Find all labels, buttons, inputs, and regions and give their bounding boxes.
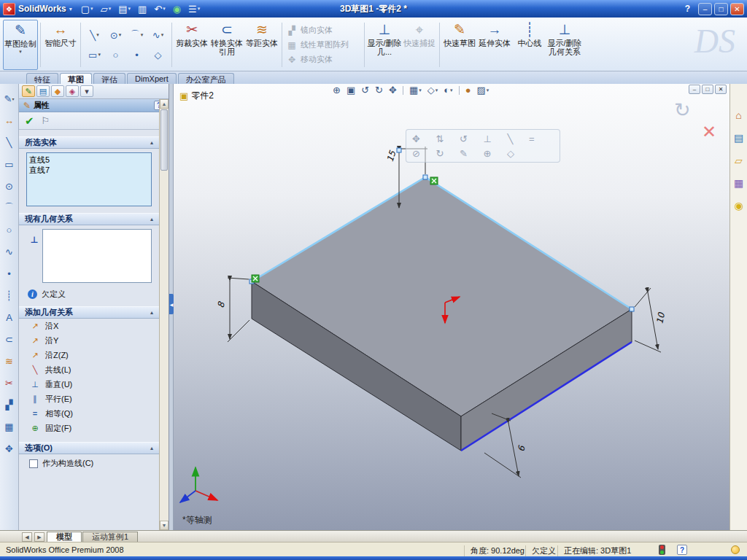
display-delete-relations-short-button[interactable]: ⊥ 显示/删除几... bbox=[367, 20, 402, 70]
relation-collinear-button[interactable]: ╲共线(L) bbox=[19, 362, 159, 377]
circle-button[interactable]: ⊙ bbox=[2, 179, 17, 193]
selected-entity-item[interactable]: 直线7 bbox=[29, 165, 149, 175]
dimension-left-value[interactable]: 8 bbox=[215, 300, 227, 308]
selected-entity-item[interactable]: 直线5 bbox=[29, 155, 149, 165]
quick-snaps-button[interactable]: ⌖ 快速捕捉 bbox=[402, 20, 437, 70]
feature-tree-part-label[interactable]: ▣ 零件2 bbox=[179, 90, 214, 102]
displaymanager-tab[interactable]: ◈ bbox=[66, 85, 79, 97]
tab-evaluate[interactable]: 评估 bbox=[93, 73, 125, 84]
solidworks-logo-icon[interactable]: ❖ bbox=[3, 3, 15, 15]
scrollbar-thumb[interactable] bbox=[160, 109, 168, 171]
rectangle-tool-button[interactable]: ▭▾ bbox=[85, 46, 104, 64]
tab-motion-study-1[interactable]: 运动算例1 bbox=[82, 532, 138, 542]
centerline-tool-button[interactable]: ┊ bbox=[2, 288, 17, 303]
extend-entities-button[interactable]: → 延伸实体 bbox=[477, 20, 512, 70]
smart-dimension-tool-button[interactable]: ↔ bbox=[2, 113, 17, 128]
point-tool-button[interactable]: • bbox=[127, 46, 147, 64]
tab-dimxpert[interactable]: DimXpert bbox=[127, 73, 177, 84]
dimension-left[interactable] bbox=[228, 278, 249, 342]
propertymanager-tab[interactable]: ✎ bbox=[22, 85, 35, 97]
tab-sketch[interactable]: 草图 bbox=[60, 73, 92, 84]
linear-sketch-pattern-button[interactable]: ▦线性草图阵列 bbox=[285, 39, 362, 52]
options-header[interactable]: 选项(O) ▴ bbox=[19, 442, 159, 454]
convert-entities-button[interactable]: ⊂ 转换实体引用 bbox=[209, 20, 244, 70]
selected-entities-list[interactable]: 直线5 直线7 bbox=[26, 152, 152, 206]
cancel-sketch-icon[interactable]: ✕ bbox=[702, 122, 716, 142]
construction-line-checkbox[interactable] bbox=[29, 459, 38, 468]
collapse-icon[interactable]: ▴ bbox=[150, 216, 153, 222]
app-menu-button[interactable]: SolidWorks bbox=[18, 4, 66, 14]
dimension-bottom-value[interactable]: 6 bbox=[516, 444, 527, 453]
tab-scroll-right-button[interactable]: ▶ bbox=[34, 532, 44, 542]
help-button[interactable]: ? bbox=[685, 4, 690, 14]
arc-button[interactable]: ⌒ bbox=[2, 201, 17, 215]
hide-show-items-button[interactable]: ◐▾ bbox=[444, 85, 452, 96]
circle-tool-button[interactable]: ⊙▾ bbox=[106, 26, 125, 44]
ok-button[interactable]: ✔ bbox=[25, 114, 34, 128]
mirror-entities-button[interactable]: ▞镜向实体 bbox=[285, 24, 362, 37]
point-button[interactable]: • bbox=[2, 266, 17, 281]
edit-appearance-button[interactable]: ● bbox=[465, 85, 471, 96]
status-help-icon[interactable]: ? bbox=[677, 545, 687, 555]
ellipse-tool-button[interactable]: ○ bbox=[106, 46, 125, 64]
trim-entities-tool-button[interactable]: ✂ bbox=[2, 376, 17, 390]
rectangle-button[interactable]: ▭ bbox=[2, 157, 17, 171]
selected-entities-header[interactable]: 所选实体 ▴ bbox=[19, 136, 159, 149]
minimize-button[interactable]: – bbox=[698, 3, 712, 15]
propertymanager-scrollbar[interactable]: ▲ ▼ bbox=[159, 99, 169, 530]
move-entities-tool-button[interactable]: ✥ bbox=[2, 441, 17, 456]
sketch-dropdown-icon[interactable]: ▾ bbox=[19, 49, 22, 55]
save-button[interactable]: ▤▾ bbox=[117, 1, 132, 16]
relation-equal-button[interactable]: =相等(Q) bbox=[19, 406, 159, 421]
configurationmanager-tab[interactable]: ▤ bbox=[36, 85, 50, 97]
offset-entities-button[interactable]: ≋ 等距实体 bbox=[244, 20, 279, 70]
existing-relations-header[interactable]: 现有几何关系 ▴ bbox=[19, 213, 159, 225]
panel-tabs-chevron[interactable]: ▾ bbox=[80, 85, 93, 97]
rotate-view-button[interactable]: ↻ bbox=[375, 85, 383, 96]
trim-entities-button[interactable]: ✂ 剪裁实体 bbox=[174, 20, 209, 70]
file-explorer-icon[interactable]: ▱ bbox=[732, 154, 746, 167]
pin-button[interactable]: ⚐ bbox=[42, 115, 50, 126]
view-palette-icon[interactable]: ▦ bbox=[732, 176, 746, 190]
standard-views-button[interactable]: ▦▾ bbox=[409, 85, 422, 96]
doc-restore-button[interactable]: □ bbox=[702, 85, 713, 94]
relation-perpendicular-button[interactable]: ⊥垂直(U) bbox=[19, 377, 159, 392]
smart-dimension-button[interactable]: ↔ 智能尺寸 bbox=[43, 20, 78, 70]
relation-along-x-button[interactable]: ↗沿X bbox=[19, 319, 159, 333]
tab-features[interactable]: 特征 bbox=[26, 73, 58, 84]
scroll-up-button[interactable]: ▲ bbox=[160, 99, 169, 109]
display-style-button[interactable]: ◇▾ bbox=[427, 85, 438, 96]
sketch-button[interactable]: ✎ 草图绘制 ▾ bbox=[3, 20, 38, 70]
collapse-icon[interactable]: ▴ bbox=[150, 309, 153, 316]
convert-entities-tool-button[interactable]: ⊂ bbox=[2, 332, 17, 346]
dimxpertmanager-tab[interactable]: ◆ bbox=[51, 85, 64, 97]
zoom-fit-button[interactable]: ⊕ bbox=[333, 85, 341, 96]
add-relations-header[interactable]: 添加几何关系 ▴ bbox=[19, 306, 159, 319]
tab-scroll-left-button[interactable]: ◀ bbox=[22, 532, 32, 542]
display-delete-relations-button[interactable]: ⊥ 显示/删除几何关系 bbox=[547, 20, 582, 70]
design-library-icon[interactable]: ▤ bbox=[732, 131, 746, 144]
doc-minimize-button[interactable]: – bbox=[689, 85, 700, 94]
resources-home-icon[interactable]: ⌂ bbox=[732, 109, 746, 122]
model-top-face[interactable] bbox=[252, 177, 632, 416]
zoom-area-button[interactable]: ▣ bbox=[347, 85, 355, 96]
offset-entities-tool-button[interactable]: ≋ bbox=[2, 354, 17, 368]
line-tool-button[interactable]: ╲▾ bbox=[85, 26, 104, 44]
text-tool-button[interactable]: A bbox=[2, 310, 17, 324]
relation-parallel-button[interactable]: ∥平行(E) bbox=[19, 392, 159, 406]
exit-sketch-icon[interactable]: ↻ bbox=[674, 98, 691, 122]
tab-office-products[interactable]: 办公室产品 bbox=[178, 73, 234, 84]
doc-close-button[interactable]: ✕ bbox=[715, 85, 727, 94]
relation-along-z-button[interactable]: ↗沿Z(Z) bbox=[19, 348, 159, 362]
collapse-icon[interactable]: ▴ bbox=[150, 445, 153, 451]
rebuild-button[interactable]: ◉ bbox=[171, 1, 182, 16]
graphics-viewport[interactable]: 15 8 10 6 bbox=[174, 84, 729, 530]
close-button[interactable]: ✕ bbox=[730, 3, 744, 15]
quick-tips-icon[interactable] bbox=[731, 545, 740, 554]
move-entities-button[interactable]: ✥移动实体 bbox=[285, 53, 362, 66]
spline-tool-button[interactable]: ∿▾ bbox=[148, 26, 168, 44]
undo-button[interactable]: ↶▾ bbox=[152, 1, 166, 16]
scroll-down-button[interactable]: ▼ bbox=[160, 521, 169, 530]
centerline-button[interactable]: ┊ 中心线 bbox=[512, 20, 547, 70]
print-button[interactable]: ▥ bbox=[136, 1, 148, 16]
